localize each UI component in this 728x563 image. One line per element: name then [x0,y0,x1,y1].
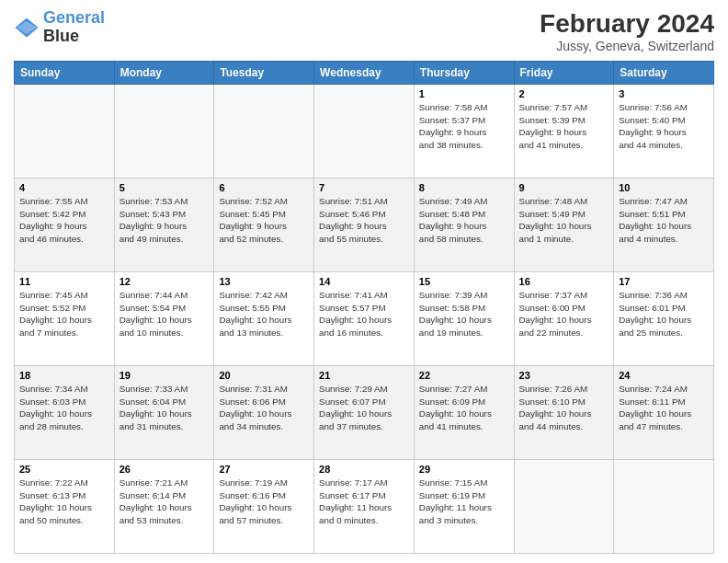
calendar-cell: 28Sunrise: 7:17 AMSunset: 6:17 PMDayligh… [314,460,415,554]
logo-text: General Blue [43,9,105,46]
day-number: 15 [419,276,509,287]
calendar-cell: 24Sunrise: 7:24 AMSunset: 6:11 PMDayligh… [614,366,714,460]
calendar-cell: 27Sunrise: 7:19 AMSunset: 6:16 PMDayligh… [214,460,314,554]
day-info: Sunrise: 7:53 AMSunset: 5:43 PMDaylight:… [119,195,210,246]
day-info: Sunrise: 7:17 AMSunset: 6:17 PMDaylight:… [319,477,409,527]
calendar-cell: 10Sunrise: 7:47 AMSunset: 5:51 PMDayligh… [614,178,714,272]
header: General Blue February 2024 Jussy, Geneva… [14,9,714,53]
day-number: 1 [419,88,509,99]
day-number: 2 [519,88,609,99]
day-info: Sunrise: 7:34 AMSunset: 6:03 PMDaylight:… [19,383,109,433]
day-info: Sunrise: 7:33 AMSunset: 6:04 PMDaylight:… [119,383,210,433]
day-number: 28 [319,464,409,475]
calendar-header-wednesday: Wednesday [314,62,415,85]
day-number: 24 [619,370,709,381]
calendar-cell: 19Sunrise: 7:33 AMSunset: 6:04 PMDayligh… [114,366,214,460]
calendar-cell: 12Sunrise: 7:44 AMSunset: 5:54 PMDayligh… [114,272,214,366]
day-number: 4 [19,182,109,193]
svg-marker-1 [17,21,37,34]
calendar-header-thursday: Thursday [414,62,514,85]
day-info: Sunrise: 7:56 AMSunset: 5:40 PMDaylight:… [619,101,709,152]
day-info: Sunrise: 7:42 AMSunset: 5:55 PMDaylight:… [219,289,309,339]
day-number: 13 [219,276,309,287]
day-info: Sunrise: 7:44 AMSunset: 5:54 PMDaylight:… [119,289,210,339]
day-number: 26 [119,464,210,475]
title-area: February 2024 Jussy, Geneva, Switzerland [540,9,714,53]
day-number: 14 [319,276,409,287]
calendar-cell: 11Sunrise: 7:45 AMSunset: 5:52 PMDayligh… [15,272,115,366]
calendar-cell: 5Sunrise: 7:53 AMSunset: 5:43 PMDaylight… [114,178,214,272]
day-number: 12 [119,276,210,287]
day-number: 11 [19,276,109,287]
page: General Blue February 2024 Jussy, Geneva… [0,0,728,563]
day-info: Sunrise: 7:58 AMSunset: 5:37 PMDaylight:… [419,101,509,152]
calendar-table: SundayMondayTuesdayWednesdayThursdayFrid… [14,61,714,554]
logo: General Blue [14,9,105,46]
day-info: Sunrise: 7:22 AMSunset: 6:13 PMDaylight:… [19,477,109,527]
day-number: 23 [519,370,609,381]
calendar-cell: 3Sunrise: 7:56 AMSunset: 5:40 PMDaylight… [614,85,714,178]
calendar-cell: 17Sunrise: 7:36 AMSunset: 6:01 PMDayligh… [614,272,714,366]
calendar-cell [514,460,614,554]
day-number: 19 [119,370,210,381]
day-info: Sunrise: 7:51 AMSunset: 5:46 PMDaylight:… [319,195,409,246]
calendar-week-row: 4Sunrise: 7:55 AMSunset: 5:42 PMDaylight… [15,178,714,272]
calendar-header-sunday: Sunday [15,62,115,85]
day-number: 6 [219,182,309,193]
calendar-week-row: 1Sunrise: 7:58 AMSunset: 5:37 PMDaylight… [15,85,714,178]
day-info: Sunrise: 7:15 AMSunset: 6:19 PMDaylight:… [419,477,509,527]
day-number: 21 [319,370,409,381]
calendar-cell: 6Sunrise: 7:52 AMSunset: 5:45 PMDaylight… [214,178,314,272]
day-info: Sunrise: 7:49 AMSunset: 5:48 PMDaylight:… [419,195,509,246]
day-number: 16 [519,276,609,287]
day-info: Sunrise: 7:26 AMSunset: 6:10 PMDaylight:… [519,383,609,433]
month-title: February 2024 [540,9,714,39]
calendar-cell: 26Sunrise: 7:21 AMSunset: 6:14 PMDayligh… [114,460,214,554]
day-number: 25 [19,464,109,475]
day-info: Sunrise: 7:29 AMSunset: 6:07 PMDaylight:… [319,383,409,433]
day-number: 9 [519,182,609,193]
calendar-week-row: 11Sunrise: 7:45 AMSunset: 5:52 PMDayligh… [15,272,714,366]
calendar-cell: 25Sunrise: 7:22 AMSunset: 6:13 PMDayligh… [15,460,115,554]
day-number: 20 [219,370,309,381]
calendar-cell [114,85,214,178]
day-number: 10 [619,182,709,193]
calendar-cell: 18Sunrise: 7:34 AMSunset: 6:03 PMDayligh… [15,366,115,460]
calendar-header-saturday: Saturday [614,62,714,85]
calendar-header-friday: Friday [514,62,614,85]
day-number: 18 [19,370,109,381]
day-number: 3 [619,88,709,99]
day-info: Sunrise: 7:21 AMSunset: 6:14 PMDaylight:… [119,477,210,527]
day-info: Sunrise: 7:24 AMSunset: 6:11 PMDaylight:… [619,383,709,433]
calendar-cell: 16Sunrise: 7:37 AMSunset: 6:00 PMDayligh… [514,272,614,366]
day-info: Sunrise: 7:41 AMSunset: 5:57 PMDaylight:… [319,289,409,339]
calendar-cell: 15Sunrise: 7:39 AMSunset: 5:58 PMDayligh… [414,272,514,366]
calendar-week-row: 18Sunrise: 7:34 AMSunset: 6:03 PMDayligh… [15,366,714,460]
calendar-cell: 13Sunrise: 7:42 AMSunset: 5:55 PMDayligh… [214,272,314,366]
calendar-header-tuesday: Tuesday [214,62,314,85]
calendar-cell [214,85,314,178]
calendar-header-monday: Monday [114,62,214,85]
day-number: 17 [619,276,709,287]
calendar-cell: 4Sunrise: 7:55 AMSunset: 5:42 PMDaylight… [15,178,115,272]
calendar-cell: 14Sunrise: 7:41 AMSunset: 5:57 PMDayligh… [314,272,415,366]
day-info: Sunrise: 7:48 AMSunset: 5:49 PMDaylight:… [519,195,609,246]
calendar-week-row: 25Sunrise: 7:22 AMSunset: 6:13 PMDayligh… [15,460,714,554]
calendar-cell [314,85,415,178]
day-number: 27 [219,464,309,475]
day-number: 8 [419,182,509,193]
day-info: Sunrise: 7:39 AMSunset: 5:58 PMDaylight:… [419,289,509,339]
day-info: Sunrise: 7:36 AMSunset: 6:01 PMDaylight:… [619,289,709,339]
calendar-cell: 2Sunrise: 7:57 AMSunset: 5:39 PMDaylight… [514,85,614,178]
day-number: 7 [319,182,409,193]
calendar-cell [614,460,714,554]
day-info: Sunrise: 7:31 AMSunset: 6:06 PMDaylight:… [219,383,309,433]
logo-icon [14,15,40,40]
calendar-cell [15,85,115,178]
day-number: 29 [419,464,509,475]
day-info: Sunrise: 7:52 AMSunset: 5:45 PMDaylight:… [219,195,309,246]
day-info: Sunrise: 7:27 AMSunset: 6:09 PMDaylight:… [419,383,509,433]
calendar-cell: 20Sunrise: 7:31 AMSunset: 6:06 PMDayligh… [214,366,314,460]
day-info: Sunrise: 7:45 AMSunset: 5:52 PMDaylight:… [19,289,109,339]
day-info: Sunrise: 7:57 AMSunset: 5:39 PMDaylight:… [519,101,609,152]
